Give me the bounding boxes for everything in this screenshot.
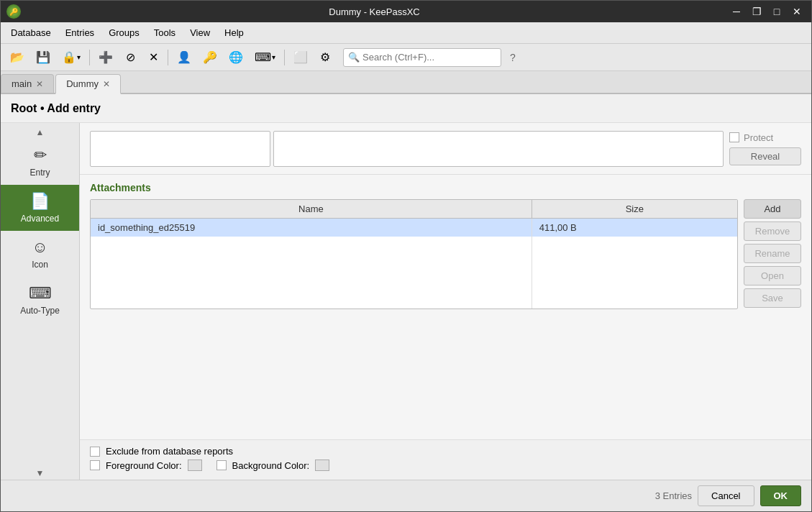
protect-label: Protect bbox=[744, 132, 773, 143]
rename-attachment-button[interactable]: Rename bbox=[744, 244, 801, 263]
top-fields-area: Protect Reveal bbox=[80, 123, 811, 175]
lock-button[interactable]: 🔒▾ bbox=[57, 47, 86, 68]
table-row[interactable]: id_something_ed25519 411,00 B bbox=[91, 219, 737, 237]
field-box-right[interactable] bbox=[273, 131, 724, 167]
menu-entries[interactable]: Entries bbox=[58, 25, 101, 40]
attachments-title: Attachments bbox=[90, 182, 801, 193]
sidebar: ▲ ✏ Entry 📄 Advanced ☺ Icon ⌨ Auto-Type bbox=[1, 123, 80, 480]
sidebar-item-label-autotype: Auto-Type bbox=[20, 306, 60, 316]
search-input[interactable] bbox=[362, 52, 492, 63]
tab-main-close[interactable]: ✕ bbox=[36, 79, 43, 89]
sidebar-item-label-entry: Entry bbox=[29, 168, 50, 178]
help-icon[interactable]: ? bbox=[506, 50, 520, 65]
attachment-size: 411,00 B bbox=[532, 219, 737, 237]
open-button[interactable]: 📂 bbox=[5, 47, 29, 68]
keyboard-button[interactable]: ⌨▾ bbox=[250, 47, 280, 68]
menu-help[interactable]: Help bbox=[217, 25, 251, 40]
bottom-options: Exclude from database reports Foreground… bbox=[80, 439, 811, 480]
toolbar-separator-2 bbox=[168, 50, 168, 65]
tab-main-label: main bbox=[12, 78, 32, 89]
main-panel: Protect Reveal Attachments Name bbox=[80, 123, 811, 480]
app-logo: 🔑 bbox=[6, 4, 21, 19]
sidebar-item-label-icon: Icon bbox=[32, 260, 48, 270]
sidebar-item-entry[interactable]: ✏ Entry bbox=[1, 139, 79, 185]
background-label: Background Color: bbox=[232, 460, 310, 471]
footer: 3 Entries Cancel OK bbox=[1, 480, 811, 511]
restore-button[interactable]: ❐ bbox=[748, 3, 765, 20]
protect-checkbox[interactable] bbox=[729, 132, 739, 142]
foreground-checkbox[interactable] bbox=[90, 460, 100, 470]
settings-button[interactable]: ⚙ bbox=[314, 47, 336, 68]
ok-button[interactable]: OK bbox=[760, 485, 802, 506]
entry-icon: ✏ bbox=[34, 146, 47, 165]
status-text: 3 Entries bbox=[11, 490, 692, 501]
breadcrumb: Root • Add entry bbox=[1, 94, 811, 123]
protect-row: Protect bbox=[729, 132, 801, 143]
menu-tools[interactable]: Tools bbox=[147, 25, 183, 40]
exclude-label: Exclude from database reports bbox=[106, 446, 233, 457]
attachments-table: Name Size id_something_ed25519 411,00 B bbox=[91, 200, 737, 308]
toolbar-separator-3 bbox=[284, 50, 285, 65]
save-button[interactable]: 💾 bbox=[31, 47, 55, 68]
field-box-left[interactable] bbox=[90, 131, 270, 167]
tab-main[interactable]: main ✕ bbox=[1, 74, 54, 93]
reveal-button[interactable]: Reveal bbox=[729, 147, 801, 165]
add-attachment-button[interactable]: Add bbox=[744, 199, 801, 219]
close-entry-button[interactable]: ✕ bbox=[142, 47, 164, 68]
foreground-color-swatch[interactable] bbox=[188, 460, 202, 471]
toolbar-separator-1 bbox=[89, 50, 90, 65]
delete-entry-button[interactable]: ⊘ bbox=[119, 47, 141, 68]
tab-dummy-close[interactable]: ✕ bbox=[103, 79, 110, 89]
remove-attachment-button[interactable]: Remove bbox=[744, 221, 801, 241]
close-button[interactable]: ✕ bbox=[788, 3, 806, 20]
menubar: Database Entries Groups Tools View Help bbox=[1, 22, 811, 44]
sidebar-item-advanced[interactable]: 📄 Advanced bbox=[1, 185, 79, 231]
sidebar-item-icon[interactable]: ☺ Icon bbox=[1, 231, 79, 277]
open-attachment-button[interactable]: Open bbox=[744, 266, 801, 285]
tab-dummy-label: Dummy bbox=[66, 78, 99, 89]
field-inputs bbox=[90, 131, 724, 167]
col-name: Name bbox=[91, 200, 532, 219]
minimize-button[interactable]: ─ bbox=[728, 3, 745, 20]
background-checkbox[interactable] bbox=[216, 460, 227, 470]
attachments-table-wrapper: Name Size id_something_ed25519 411,00 B bbox=[90, 199, 738, 309]
advanced-icon: 📄 bbox=[30, 192, 50, 211]
background-color-swatch[interactable] bbox=[315, 460, 329, 471]
menu-groups[interactable]: Groups bbox=[101, 25, 147, 40]
color-row: Foreground Color: Background Color: bbox=[90, 460, 801, 471]
foreground-label: Foreground Color: bbox=[106, 460, 182, 471]
toolbar: 📂 💾 🔒▾ ➕ ⊘ ✕ 👤 🔑 🌐 ⌨▾ ⬜ ⚙ 🔍 ? bbox=[1, 44, 811, 71]
table-empty-row bbox=[91, 237, 737, 308]
sidebar-item-label-advanced: Advanced bbox=[21, 214, 59, 224]
menu-view[interactable]: View bbox=[183, 25, 217, 40]
sidebar-scroll-up[interactable]: ▲ bbox=[1, 126, 79, 139]
add-entry-button[interactable]: ➕ bbox=[93, 47, 118, 68]
tabbar: main ✕ Dummy ✕ bbox=[1, 71, 811, 94]
window-button[interactable]: ⬜ bbox=[288, 47, 313, 68]
search-bar: 🔍 bbox=[343, 48, 501, 67]
globe-button[interactable]: 🌐 bbox=[224, 47, 248, 68]
menu-database[interactable]: Database bbox=[4, 25, 58, 40]
user-sync-button[interactable]: 👤 bbox=[172, 47, 196, 68]
icon-icon: ☺ bbox=[32, 238, 47, 257]
attachments-container: Name Size id_something_ed25519 411,00 B bbox=[90, 199, 801, 309]
attachment-name: id_something_ed25519 bbox=[91, 219, 532, 237]
sidebar-item-autotype[interactable]: ⌨ Auto-Type bbox=[1, 277, 79, 323]
save-attachment-button[interactable]: Save bbox=[744, 288, 801, 308]
tab-dummy[interactable]: Dummy ✕ bbox=[55, 74, 121, 94]
col-size: Size bbox=[532, 200, 737, 219]
key-button[interactable]: 🔑 bbox=[198, 47, 222, 68]
autotype-icon: ⌨ bbox=[29, 284, 52, 303]
cancel-button[interactable]: Cancel bbox=[698, 485, 754, 506]
exclude-checkbox[interactable] bbox=[90, 447, 100, 457]
protect-area: Protect Reveal bbox=[729, 132, 801, 165]
titlebar: 🔑 Dummy - KeePassXC ─ ❐ □ ✕ bbox=[1, 1, 811, 22]
attachments-buttons: Add Remove Rename Open Save bbox=[744, 199, 801, 309]
exclude-row: Exclude from database reports bbox=[90, 446, 801, 457]
window-title: Dummy - KeePassXC bbox=[21, 6, 728, 17]
attachments-section: Attachments Name Size bbox=[80, 175, 811, 439]
sidebar-scroll-down[interactable]: ▼ bbox=[1, 467, 79, 480]
maximize-button[interactable]: □ bbox=[768, 3, 785, 20]
window-controls: ─ ❐ □ ✕ bbox=[728, 3, 806, 20]
